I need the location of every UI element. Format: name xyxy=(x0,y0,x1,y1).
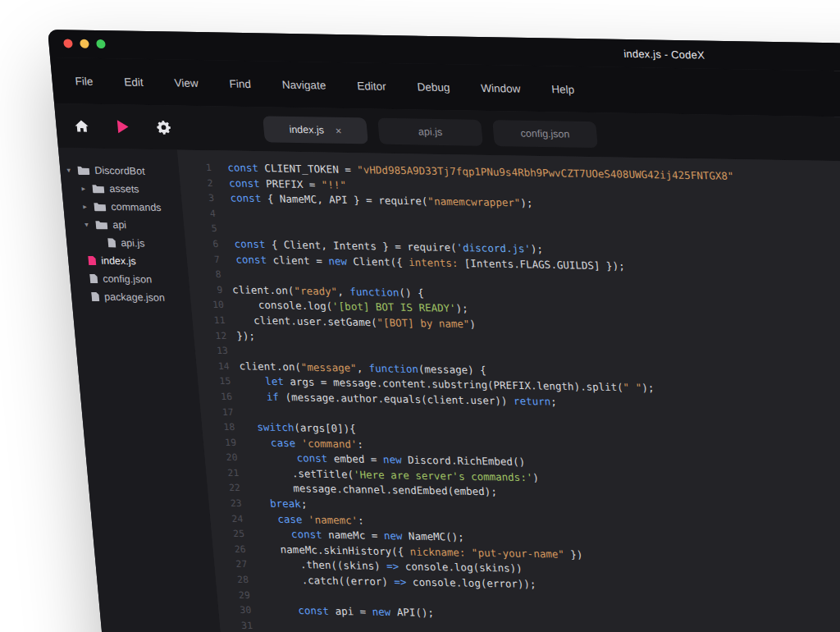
menu-item-window[interactable]: Window xyxy=(481,81,521,94)
line-number: 22 xyxy=(207,480,241,496)
code-token: const xyxy=(227,161,266,174)
chevron-right-icon: ▸ xyxy=(83,202,94,210)
line-number: 3 xyxy=(180,190,215,206)
code-token: "message" xyxy=(300,360,357,373)
code-token: case xyxy=(270,437,302,450)
code-token: 'Here are server's commands:' xyxy=(353,468,533,483)
line-number: 30 xyxy=(218,602,253,618)
code-text: }); xyxy=(226,328,255,344)
tree-item-assets[interactable]: ▸assets xyxy=(61,179,181,199)
code-text xyxy=(221,267,232,282)
code-token: [Intents.FLAGS.GUILDS] }); xyxy=(458,257,626,272)
tree-item-label: assets xyxy=(109,183,139,195)
code-token: , xyxy=(336,285,349,297)
file-tree: ▾DiscordBot▸assets▸commands▾apiapi.jsind… xyxy=(59,161,191,307)
code-token: 'discord.js' xyxy=(456,241,532,255)
menu-item-help[interactable]: Help xyxy=(551,83,575,95)
tree-item-api-js[interactable]: api.js xyxy=(66,233,186,253)
file-icon xyxy=(88,255,97,265)
tree-item-label: api.js xyxy=(121,237,145,249)
menu-item-navigate[interactable]: Navigate xyxy=(281,78,326,91)
line-number: 9 xyxy=(189,282,223,297)
line-number: 8 xyxy=(188,267,222,282)
menu-item-debug[interactable]: Debug xyxy=(417,80,450,94)
code-token: Discord.RichEmbed() xyxy=(407,454,525,468)
code-token: (args[0]){ xyxy=(294,421,357,434)
code-text xyxy=(249,588,261,603)
tab-label: config.json xyxy=(520,128,570,140)
folder-icon xyxy=(94,202,107,212)
line-number: 23 xyxy=(208,496,243,511)
tree-item-label: package.json xyxy=(104,291,166,304)
code-text: break; xyxy=(241,496,308,512)
code-token: const xyxy=(230,192,268,205)
tab-bar: index.js×api.jsconfig.json xyxy=(262,116,598,148)
line-number: 2 xyxy=(180,175,214,190)
code-text xyxy=(215,206,226,222)
close-icon[interactable]: × xyxy=(335,124,342,136)
menu-item-find[interactable]: Find xyxy=(229,77,252,89)
menu-item-editor[interactable]: Editor xyxy=(357,80,387,93)
code-token: "ready" xyxy=(294,284,338,297)
window-body: ▾DiscordBot▸assets▸commands▾apiapi.jsind… xyxy=(58,148,840,632)
line-number: 17 xyxy=(200,404,235,419)
app-window: index.js - CodeX FileEditViewFindNavigat… xyxy=(48,30,840,632)
settings-button[interactable] xyxy=(154,118,174,136)
tree-item-config-json[interactable]: config.json xyxy=(69,269,189,289)
code-token: return xyxy=(513,395,551,408)
code-token: if xyxy=(266,391,285,403)
tree-item-label: commands xyxy=(111,201,162,213)
code-token: NameMC(); xyxy=(408,530,464,543)
code-token: const xyxy=(298,604,336,617)
code-token: new xyxy=(382,453,408,466)
tab-config-json[interactable]: config.json xyxy=(492,120,598,148)
code-token: client.on( xyxy=(232,283,295,296)
gear-icon xyxy=(156,120,172,135)
home-button[interactable] xyxy=(72,117,92,135)
file-icon xyxy=(91,291,100,301)
code-token: 'command' xyxy=(301,437,358,450)
code-token: new xyxy=(383,529,409,543)
line-number: 12 xyxy=(193,327,227,343)
tree-item-label: api xyxy=(112,219,127,231)
code-token: }); xyxy=(236,329,256,341)
code-token: ) xyxy=(469,318,477,330)
code-token: , xyxy=(356,361,369,373)
run-button[interactable] xyxy=(113,117,133,135)
menu-item-view[interactable]: View xyxy=(174,76,199,89)
code-token: .catch((error) xyxy=(301,574,395,588)
code-token: const xyxy=(296,452,335,465)
code-token: client.user.setGame( xyxy=(253,314,377,329)
code-token: API(); xyxy=(396,606,435,619)
code-token: console.log(error)); xyxy=(406,575,536,590)
code-token: (message) { xyxy=(418,363,486,376)
code-token: { Client, Intents } = require( xyxy=(271,238,457,254)
code-token: "!!" xyxy=(321,178,346,191)
code-token: }) xyxy=(564,548,583,561)
code-token: switch xyxy=(257,421,295,434)
code-token: nameMc = xyxy=(327,529,384,542)
menu-item-file[interactable]: File xyxy=(75,75,94,87)
line-number: 21 xyxy=(206,465,240,480)
tree-item-package-json[interactable]: package.json xyxy=(71,287,191,307)
code-token: ; xyxy=(550,396,557,408)
code-editor[interactable]: 1const CLIENT_TOKEN = "vHDd985A9D33Tj7fq… xyxy=(177,149,840,632)
tree-item-commands[interactable]: ▸commands xyxy=(62,197,183,217)
menu-item-edit[interactable]: Edit xyxy=(124,76,144,88)
code-token: ) xyxy=(532,471,540,483)
tree-item-label: DiscordBot xyxy=(94,165,145,177)
line-number: 1 xyxy=(178,159,212,175)
tab-index-js[interactable]: index.js× xyxy=(262,116,368,144)
tree-item-index-js[interactable]: index.js xyxy=(67,251,188,271)
code-token: nameMc.skinHistory({ xyxy=(280,543,410,558)
tab-label: index.js xyxy=(289,124,325,136)
code-token: ); xyxy=(641,382,655,394)
code-token: CLIENT_TOKEN = xyxy=(264,162,358,176)
tree-item-discordbot[interactable]: ▾DiscordBot xyxy=(59,161,180,181)
line-number: 11 xyxy=(192,312,226,327)
tab-api-js[interactable]: api.js xyxy=(377,118,483,146)
tree-item-api[interactable]: ▾api xyxy=(64,215,185,235)
line-number: 14 xyxy=(196,358,231,373)
line-number: 25 xyxy=(211,526,245,542)
code-token: "namemcwrapper" xyxy=(427,195,521,209)
